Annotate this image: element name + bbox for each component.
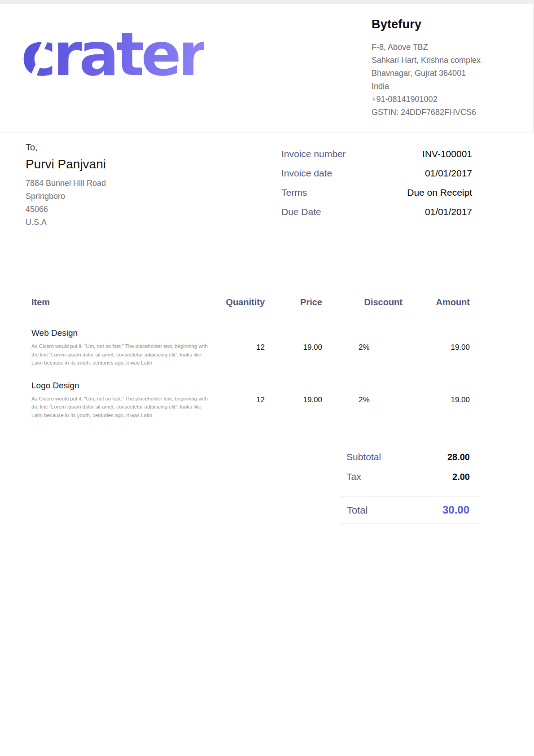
- invoice-number-value: INV-100001: [422, 148, 472, 160]
- item-cell: Web Design As Cicero would put it, “Um, …: [31, 328, 211, 367]
- meta-row-invoice-number: Invoice number INV-100001: [281, 148, 472, 160]
- company-name: Bytefury: [372, 18, 506, 31]
- invoice-date-value: 01/01/2017: [425, 167, 472, 180]
- item-name: Web Design: [31, 328, 211, 338]
- bill-to-block: To, Purvi Panjvani 7884 Bunnel Hill Road…: [26, 142, 106, 229]
- company-address: F-8, Above TBZ Sahkari Hart, Krishna com…: [372, 41, 506, 119]
- bill-to-address-line: 45066: [26, 203, 106, 216]
- item-quantity: 12: [211, 396, 265, 404]
- item-description: As Cicero would put it, “Um, not so fast…: [31, 395, 211, 420]
- bill-to-address-line: Springboro: [26, 190, 106, 203]
- crater-logo-text: crater: [21, 25, 204, 84]
- item-discount: 2%: [322, 343, 403, 352]
- bill-to-label: To,: [26, 142, 106, 153]
- total-value: 30.00: [442, 504, 469, 516]
- due-date-value: 01/01/2017: [425, 206, 472, 218]
- item-discount: 2%: [322, 396, 403, 404]
- bill-to-name: Purvi Panjvani: [26, 157, 106, 171]
- invoice-date-label: Invoice date: [281, 167, 332, 180]
- totals-section: Subtotal 28.00 Tax 2.00 Total 30.00: [340, 452, 479, 524]
- item-price: 19.00: [265, 396, 322, 404]
- company-address-line: India: [372, 80, 506, 93]
- company-address-line: Bhavnagar, Gujrat 364001: [372, 67, 506, 80]
- column-header-amount: Amount: [403, 297, 470, 308]
- crater-logo: crater: [21, 25, 204, 132]
- invoice-number-label: Invoice number: [281, 148, 346, 160]
- item-quantity: 12: [211, 343, 265, 352]
- column-header-discount: Discount: [322, 297, 403, 308]
- total-label: Total: [347, 505, 368, 516]
- company-gstin: GSTIN: 24DDF7682FHVCS6: [372, 106, 506, 119]
- meta-row-invoice-date: Invoice date 01/01/2017: [281, 167, 472, 180]
- company-phone: +91-08141901002: [372, 93, 506, 106]
- item-cell: Logo Design As Cicero would put it, “Um,…: [31, 381, 211, 420]
- invoice-page: crater Bytefury F-8, Above TBZ Sahkari H…: [0, 0, 534, 756]
- terms-label: Terms: [281, 186, 307, 199]
- items-table: Item Quanitity Price Discount Amount Web…: [31, 297, 506, 433]
- tax-row: Tax 2.00: [340, 471, 479, 482]
- table-row: Web Design As Cicero would put it, “Um, …: [31, 328, 506, 367]
- total-box: Total 30.00: [340, 496, 479, 524]
- company-address-line: F-8, Above TBZ: [372, 41, 506, 54]
- invoice-meta: Invoice number INV-100001 Invoice date 0…: [281, 148, 472, 229]
- bill-to-address-line: 7884 Bunnel Hill Road: [26, 177, 106, 190]
- item-name: Logo Design: [31, 381, 211, 391]
- item-price: 19.00: [265, 343, 322, 352]
- item-amount: 19.00: [403, 343, 470, 352]
- subtotal-value: 28.00: [447, 452, 470, 462]
- company-address-line: Sahkari Hart, Krishna complex: [372, 54, 506, 67]
- tax-label: Tax: [346, 471, 361, 482]
- bill-to-address-line: U.S.A: [26, 216, 106, 229]
- table-row: Logo Design As Cicero would put it, “Um,…: [31, 381, 506, 420]
- terms-value: Due on Receipt: [407, 186, 472, 199]
- invoice-header: crater Bytefury F-8, Above TBZ Sahkari H…: [0, 4, 534, 132]
- column-header-quantity: Quanitity: [211, 297, 265, 308]
- items-divider: [31, 433, 506, 433]
- meta-row-due-date: Due Date 01/01/2017: [281, 206, 472, 218]
- bill-to-address: 7884 Bunnel Hill Road Springboro 45066 U…: [26, 177, 106, 229]
- column-header-price: Price: [265, 297, 322, 308]
- subtotal-label: Subtotal: [346, 452, 381, 462]
- meta-row-terms: Terms Due on Receipt: [281, 186, 472, 199]
- due-date-label: Due Date: [281, 206, 321, 218]
- item-description: As Cicero would put it, “Um, not so fast…: [31, 342, 211, 367]
- tax-value: 2.00: [452, 472, 470, 482]
- company-block: Bytefury F-8, Above TBZ Sahkari Hart, Kr…: [372, 18, 506, 132]
- info-section: To, Purvi Panjvani 7884 Bunnel Hill Road…: [0, 132, 534, 229]
- page-top-strip: [0, 0, 534, 4]
- subtotal-row: Subtotal 28.00: [340, 452, 479, 462]
- items-table-header: Item Quanitity Price Discount Amount: [31, 297, 506, 308]
- item-amount: 19.00: [403, 396, 470, 404]
- column-header-item: Item: [31, 297, 211, 308]
